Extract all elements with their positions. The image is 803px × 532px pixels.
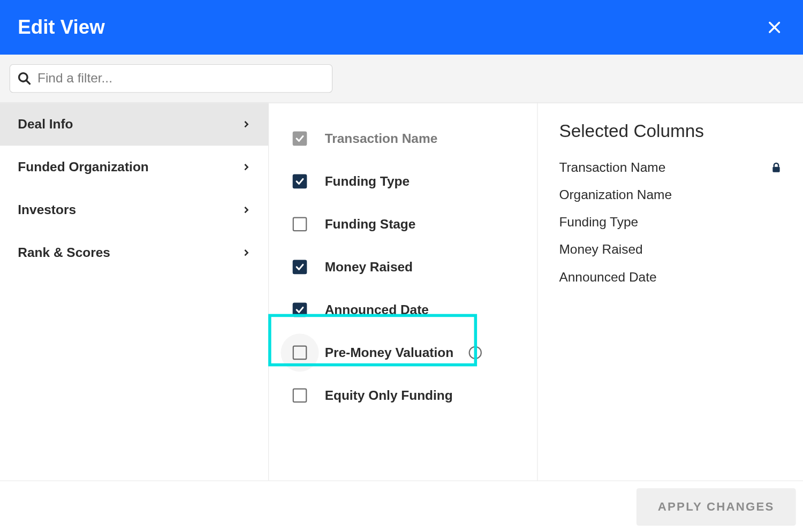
- search-icon: [17, 71, 32, 86]
- selected-item-funding-type[interactable]: Funding Type: [559, 215, 782, 230]
- hover-ripple: [281, 333, 319, 371]
- modal-header: Edit View: [0, 0, 803, 55]
- selected-item-label: Money Raised: [559, 242, 642, 257]
- category-column: Deal Info Funded Organization Investors …: [0, 103, 269, 481]
- search-row: [0, 55, 803, 103]
- category-rank-scores[interactable]: Rank & Scores: [0, 231, 268, 274]
- filter-label: Funding Type: [325, 173, 410, 189]
- chevron-right-icon: [242, 163, 251, 171]
- category-investors[interactable]: Investors: [0, 188, 268, 231]
- lock-icon: [771, 162, 782, 173]
- category-label: Investors: [18, 202, 76, 218]
- close-button[interactable]: [764, 17, 785, 38]
- filter-label: Pre-Money Valuation: [325, 345, 453, 360]
- svg-rect-4: [772, 167, 779, 172]
- info-icon[interactable]: i: [469, 346, 482, 359]
- filter-equity-only-funding[interactable]: Equity Only Funding: [269, 374, 537, 417]
- selected-item-label: Announced Date: [559, 269, 656, 285]
- checkbox[interactable]: [293, 174, 307, 189]
- filters-column: Transaction Name Funding Type Funding St…: [269, 103, 537, 481]
- modal-footer: APPLY CHANGES: [0, 481, 803, 532]
- selected-columns-panel: Selected Columns Transaction Name Organi…: [537, 103, 803, 481]
- filter-announced-date[interactable]: Announced Date: [269, 288, 537, 331]
- category-label: Deal Info: [18, 117, 73, 132]
- checkbox-locked: [293, 132, 307, 146]
- selected-item-label: Organization Name: [559, 187, 672, 203]
- category-label: Funded Organization: [18, 159, 148, 175]
- search-box[interactable]: [10, 64, 332, 93]
- svg-line-3: [26, 80, 30, 84]
- modal-title: Edit View: [18, 16, 104, 39]
- checkbox[interactable]: [293, 217, 307, 232]
- selected-item-money-raised[interactable]: Money Raised: [559, 242, 782, 257]
- selected-columns-list: Transaction Name Organization Name Fundi…: [559, 160, 782, 285]
- selected-item-organization-name[interactable]: Organization Name: [559, 187, 782, 203]
- filter-money-raised[interactable]: Money Raised: [269, 246, 537, 288]
- filter-label: Money Raised: [325, 259, 413, 275]
- check-icon: [295, 134, 305, 143]
- selected-item-label: Transaction Name: [559, 160, 665, 176]
- content-area: Deal Info Funded Organization Investors …: [0, 103, 803, 481]
- category-label: Rank & Scores: [18, 245, 110, 261]
- search-input[interactable]: [37, 71, 325, 86]
- selected-item-announced-date[interactable]: Announced Date: [559, 269, 782, 285]
- checkbox[interactable]: [293, 303, 307, 317]
- filter-funding-type[interactable]: Funding Type: [269, 160, 537, 203]
- checkbox[interactable]: [293, 389, 307, 403]
- filter-label: Announced Date: [325, 302, 429, 317]
- filter-label: Equity Only Funding: [325, 387, 453, 403]
- category-funded-organization[interactable]: Funded Organization: [0, 146, 268, 188]
- filter-transaction-name: Transaction Name: [269, 117, 537, 160]
- category-deal-info[interactable]: Deal Info: [0, 103, 268, 146]
- filter-label: Funding Stage: [325, 216, 416, 232]
- filter-label: Transaction Name: [325, 131, 438, 146]
- selected-item-label: Funding Type: [559, 215, 638, 230]
- check-icon: [295, 177, 305, 186]
- check-icon: [295, 262, 305, 272]
- close-icon: [767, 20, 782, 35]
- chevron-right-icon: [242, 120, 251, 128]
- selected-item-transaction-name[interactable]: Transaction Name: [559, 160, 782, 176]
- apply-changes-button[interactable]: APPLY CHANGES: [637, 488, 796, 526]
- filter-funding-stage[interactable]: Funding Stage: [269, 203, 537, 246]
- checkbox[interactable]: [293, 260, 307, 275]
- check-icon: [295, 305, 305, 315]
- selected-columns-title: Selected Columns: [559, 121, 782, 141]
- filter-pre-money-valuation[interactable]: Pre-Money Valuation i: [269, 331, 537, 374]
- chevron-right-icon: [242, 248, 251, 257]
- chevron-right-icon: [242, 206, 251, 214]
